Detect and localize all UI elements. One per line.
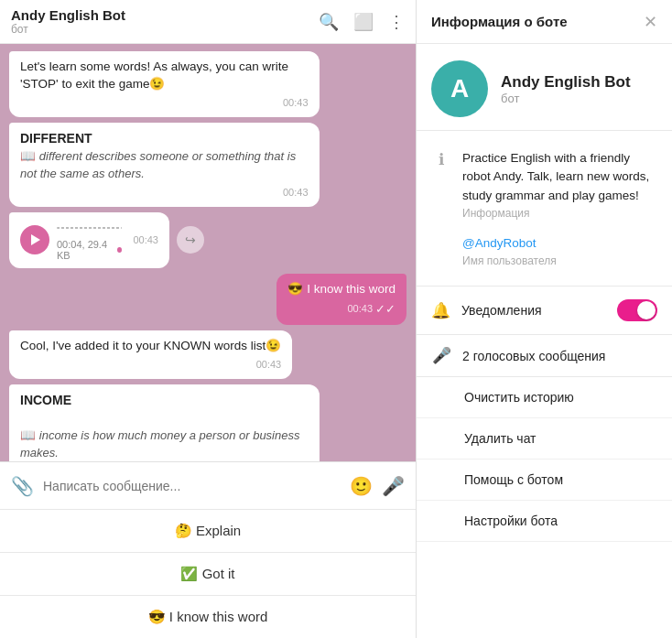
message-row: Let's learn some words! As always, you c…: [9, 51, 406, 117]
read-check: ✓✓: [375, 301, 396, 318]
input-area: 📎 🙂 🎤: [0, 461, 416, 509]
message-row: 00:04, 29.4 KB 00:43 ↪: [9, 212, 406, 268]
right-panel: Информация о боте ✕ A Andy English Bot б…: [417, 0, 672, 638]
voice-messages-row: 🎤 2 голосовых сообщения: [417, 335, 672, 377]
bubble-time: 00:43 ✓✓: [287, 301, 396, 318]
word-emoji: 📖: [20, 428, 36, 442]
message-row: DIFFERENT 📖 different describes someone …: [9, 123, 406, 207]
quick-reply-know-word[interactable]: 😎 I know this word: [0, 596, 416, 638]
bubble-time: 00:43: [133, 234, 158, 245]
audio-waveform: [57, 220, 122, 236]
notifications-toggle[interactable]: [617, 299, 657, 321]
messages-area: Let's learn some words! As always, you c…: [0, 44, 416, 461]
bot-bubble: Let's learn some words! As always, you c…: [9, 51, 320, 117]
audio-duration: 00:04, 29.4 KB: [57, 239, 114, 261]
bot-name-area: Andy English Bot бот: [501, 73, 631, 105]
bubble-time: 00:43: [20, 358, 281, 372]
word-title: INCOME: [20, 392, 309, 410]
menu-item-clear-history[interactable]: Очистить историю: [417, 377, 672, 418]
description-text: Practice English with a friendly robot A…: [462, 149, 657, 205]
chat-panel: Andy English Bot бот 🔍 ⬜ ⋮ Let's learn s…: [0, 0, 417, 638]
microphone-icon: 🎤: [431, 346, 451, 365]
chat-header-icons: 🔍 ⬜ ⋮: [319, 12, 405, 32]
audio-content: 00:04, 29.4 KB: [57, 220, 122, 261]
bot-description-section: ℹ Practice English with a friendly robot…: [417, 131, 672, 287]
search-icon[interactable]: 🔍: [319, 12, 339, 32]
word-definition: income is how much money a person or bus…: [20, 428, 299, 460]
audio-bubble: 00:04, 29.4 KB 00:43: [9, 212, 169, 268]
username-value: @AndyRobot: [462, 234, 657, 253]
quick-reply-got-it[interactable]: ✅ Got it: [0, 553, 416, 596]
bubble-text: 😎 I know this word: [287, 282, 396, 296]
bot-name: Andy English Bot: [501, 73, 631, 92]
message-input[interactable]: [43, 479, 341, 493]
notifications-row: 🔔 Уведомления: [417, 287, 672, 335]
voice-messages-label: 2 голосовых сообщения: [462, 349, 605, 363]
bot-bubble: Cool, I've added it to your KNOWN words …: [9, 330, 292, 379]
notif-left: 🔔 Уведомления: [431, 301, 542, 320]
menu-item-bot-settings[interactable]: Настройки бота: [417, 501, 672, 542]
bot-bubble: DIFFERENT 📖 different describes someone …: [9, 123, 320, 207]
info-content: Practice English with a friendly robot A…: [462, 149, 657, 220]
more-icon[interactable]: ⋮: [388, 12, 405, 32]
bubble-time: 00:43: [20, 186, 309, 200]
word-emoji: 📖: [20, 149, 36, 163]
bot-info-header: A Andy English Bot бот: [417, 44, 672, 131]
audio-meta: 00:04, 29.4 KB: [57, 239, 122, 261]
close-button[interactable]: ✕: [644, 12, 657, 32]
description-label: Информация: [462, 207, 657, 220]
bot-bubble: INCOME 📖 income is how much money a pers…: [9, 384, 320, 461]
right-panel-header: Информация о боте ✕: [417, 0, 672, 44]
notifications-label: Уведомления: [461, 303, 542, 318]
bubble-text: Cool, I've added it to your KNOWN words …: [20, 339, 281, 352]
bell-icon: 🔔: [431, 301, 450, 320]
info-row-username: @AndyRobot Имя пользователя: [417, 227, 672, 275]
forward-button[interactable]: ↪: [177, 226, 204, 254]
chat-title: Andy English Bot: [11, 7, 125, 23]
message-row: Cool, I've added it to your KNOWN words …: [9, 330, 406, 379]
right-panel-title: Информация о боте: [431, 14, 568, 29]
quick-reply-explain[interactable]: 🤔 Explain: [0, 510, 416, 553]
bubble-text: Let's learn some words! As always, you c…: [20, 59, 288, 91]
chat-subtitle: бот: [11, 23, 125, 36]
layout-icon[interactable]: ⬜: [353, 12, 374, 32]
menu-item-bot-help[interactable]: Помощь с ботом: [417, 460, 672, 501]
menu-section: Очистить историю Удалить чат Помощь с бо…: [417, 377, 672, 638]
info-row-description: ℹ Practice English with a friendly robot…: [417, 142, 672, 227]
audio-dot: [117, 247, 122, 253]
bot-avatar: A: [431, 60, 488, 117]
message-row: INCOME 📖 income is how much money a pers…: [9, 384, 406, 461]
info-content: @AndyRobot Имя пользователя: [462, 234, 657, 267]
mic-icon[interactable]: 🎤: [382, 475, 405, 497]
user-bubble: 😎 I know this word 00:43 ✓✓: [276, 274, 406, 325]
username-label: Имя пользователя: [462, 254, 657, 267]
audio-play-button[interactable]: [20, 225, 49, 254]
word-title: DIFFERENT: [20, 130, 309, 148]
emoji-icon[interactable]: 🙂: [350, 475, 373, 497]
bot-type: бот: [501, 92, 631, 105]
username-link[interactable]: @AndyRobot: [462, 236, 537, 250]
chat-header-info: Andy English Bot бот: [11, 7, 125, 36]
menu-item-delete-chat[interactable]: Удалить чат: [417, 418, 672, 460]
attach-icon[interactable]: 📎: [11, 475, 34, 497]
bubble-time: 00:43: [20, 96, 309, 110]
message-row: 😎 I know this word 00:43 ✓✓: [9, 274, 406, 325]
info-icon: ℹ: [431, 150, 451, 169]
quick-replies: 🤔 Explain ✅ Got it 😎 I know this word: [0, 509, 416, 638]
chat-header: Andy English Bot бот 🔍 ⬜ ⋮: [0, 0, 416, 44]
word-definition: different describes someone or something…: [20, 149, 296, 180]
